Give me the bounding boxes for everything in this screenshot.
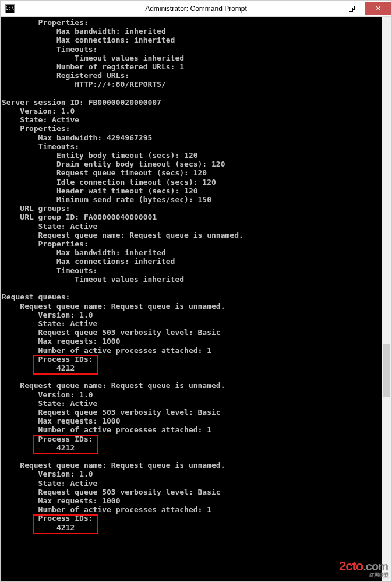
vertical-scrollbar[interactable] [382, 17, 391, 581]
watermark-suffix: .com [363, 560, 388, 573]
minimize-button[interactable] [313, 2, 339, 15]
watermark-o: o [356, 559, 363, 573]
maximize-button[interactable] [339, 2, 365, 15]
watermark: 2cto.com 红黑联盟 [339, 559, 388, 579]
command-prompt-window: C:\ Administrator: Command Prompt ✕ Prop… [0, 0, 392, 582]
title-bar[interactable]: C:\ Administrator: Command Prompt ✕ [1, 1, 391, 17]
watermark-prefix: 2ct [339, 559, 356, 573]
terminal-output[interactable]: Properties: Max bandwidth: inherited Max… [1, 17, 391, 581]
scrollbar-thumb[interactable] [383, 344, 390, 397]
system-menu-icon[interactable]: C:\ [5, 4, 15, 13]
window-buttons: ✕ [313, 2, 391, 15]
close-button[interactable]: ✕ [365, 2, 391, 15]
